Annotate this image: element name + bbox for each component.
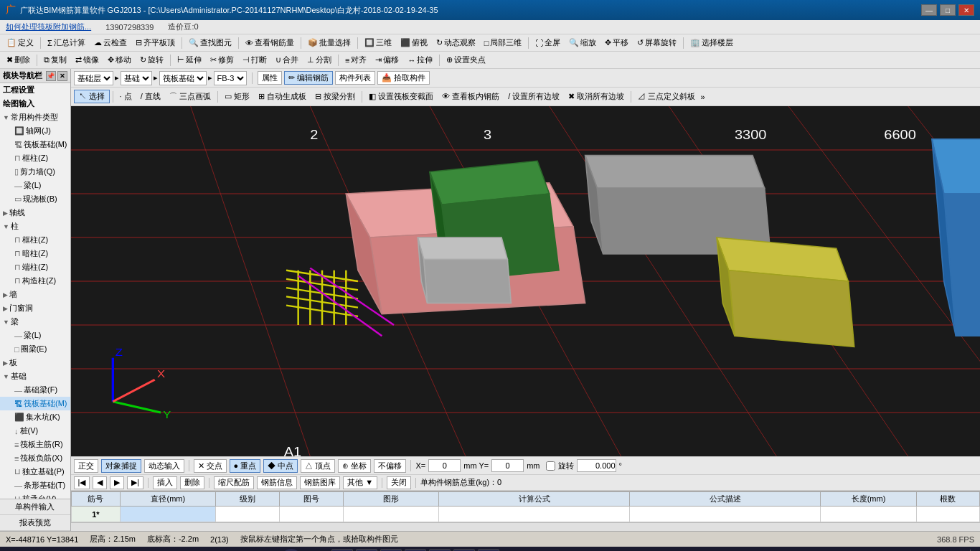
more-draw-btn[interactable]: » — [700, 93, 705, 101]
help-link[interactable]: 如何处理筏板附加钢筋... — [6, 22, 91, 32]
toolbar-align[interactable]: ≡ 对齐 — [341, 54, 370, 66]
toolbar-view-steel[interactable]: 👁 查看钢筋量 — [242, 37, 298, 49]
three-point-slope-tool[interactable]: ⊿ 三点定义斜板 — [634, 90, 699, 103]
toolbar-define[interactable]: 📋 定义 — [3, 37, 37, 49]
view-slab-steel-tool[interactable]: 👁 查看板内钢筋 — [438, 90, 503, 103]
sidebar-item-foundation-beam[interactable]: — 基础梁(F) — [0, 383, 70, 397]
foundation-type-select[interactable]: 筏板基础 — [159, 71, 207, 85]
sidebar-item-strip-foundation[interactable]: — 条形基础(T) — [0, 479, 70, 492]
toolbar-extend[interactable]: ⊢ 延伸 — [174, 54, 205, 66]
vertex-button[interactable]: △ 顶点 — [301, 459, 335, 473]
toolbar-trim[interactable]: ✂ 修剪 — [207, 54, 237, 66]
close-button[interactable]: ✕ — [958, 4, 974, 16]
steel-library-button[interactable]: 钢筋图库 — [300, 476, 340, 489]
toolbar-set-grip[interactable]: ⊕ 设置夹点 — [443, 54, 489, 66]
line-tool[interactable]: / 直线 — [137, 90, 164, 103]
cancel-all-slope-tool[interactable]: ✖ 取消所有边坡 — [565, 90, 628, 103]
sidebar-item-hidden-column[interactable]: ⊓ 暗柱(Z) — [0, 247, 70, 260]
toolbar-select-floor[interactable]: 🏢 选择楼层 — [687, 37, 737, 49]
sidebar-item-pile-cap[interactable]: ⊔ 桩承台(V) — [0, 492, 70, 499]
sidebar-item-raft-main-steel[interactable]: ≡ 筏板主筋(R) — [0, 438, 70, 451]
toolbar-find-elem[interactable]: 🔍 查找图元 — [185, 37, 235, 49]
component-list-button[interactable]: 构件列表 — [335, 71, 375, 85]
sidebar-item-raft-foundation[interactable]: 🏗 筏板基础(M) — [0, 397, 70, 410]
toolbar-copy[interactable]: ⧉ 复制 — [40, 54, 70, 66]
sidebar-item-raft-foundation-common[interactable]: 🏗 筏板基础(M) — [0, 138, 70, 151]
toolbar-offset[interactable]: ⇥ 偏移 — [372, 54, 402, 66]
sidebar-item-wall[interactable]: ▶ 墙 — [0, 288, 70, 301]
y-input[interactable] — [491, 459, 524, 472]
toolbar-calc[interactable]: Σ 汇总计算 — [44, 37, 89, 49]
x-input[interactable] — [428, 459, 461, 472]
element-select[interactable]: FB-3 — [214, 71, 247, 85]
sidebar-item-foundation[interactable]: ▼ 基础 — [0, 369, 70, 383]
toolbar-stretch[interactable]: ↔ 拉伸 — [404, 54, 436, 66]
sidebar-item-project-settings[interactable]: 工程设置 — [0, 83, 70, 97]
toolbar-top-view[interactable]: ⬛ 俯视 — [397, 37, 431, 49]
sidebar-item-construct-column[interactable]: ⊓ 构造柱(Z) — [0, 274, 70, 288]
rotate-input[interactable] — [577, 459, 616, 472]
toolbar-delete[interactable]: ✖ 删除 — [3, 54, 34, 66]
toolbar-3d[interactable]: 🔲 三维 — [361, 37, 395, 49]
toolbar-zoom[interactable]: 🔍 缩放 — [565, 37, 600, 49]
coordinate-button[interactable]: ⊕ 坐标 — [338, 459, 371, 473]
sidebar-report-button[interactable]: 报表预览 — [0, 515, 70, 531]
sidebar-item-ring-beam[interactable]: □ 圈梁(E) — [0, 342, 70, 356]
toolbar-pan[interactable]: ✥ 平移 — [601, 37, 632, 49]
sidebar-item-axis-network[interactable]: 🔲 轴网(J) — [0, 124, 70, 138]
auto-slab-tool[interactable]: ⊞ 自动生成板 — [255, 90, 310, 103]
sidebar-item-beam[interactable]: ▼ 梁 — [0, 315, 70, 329]
sidebar-close-button[interactable]: ✕ — [57, 71, 67, 81]
steel-info-button[interactable]: 钢筋信息 — [257, 476, 297, 489]
sidebar-item-frame-column[interactable]: ⊓ 框柱(Z) — [0, 233, 70, 247]
endpoint-button[interactable]: ● 重点 — [230, 459, 261, 473]
toolbar-merge[interactable]: ∪ 合并 — [272, 54, 302, 66]
property-button[interactable]: 属性 — [258, 71, 282, 85]
midpoint-button[interactable]: ◆ 中点 — [263, 459, 298, 473]
toolbar-level-top[interactable]: ⊟ 齐平板顶 — [132, 37, 179, 49]
object-snap-button[interactable]: 对象捕捉 — [101, 459, 141, 473]
no-offset-button[interactable]: 不偏移 — [374, 459, 406, 473]
3d-viewport[interactable]: 2 3 3300 6600 8 3300 A1 — [71, 106, 981, 456]
steel-nav-next[interactable]: ▶ — [110, 476, 124, 489]
sidebar-item-slab[interactable]: ▶ 板 — [0, 356, 70, 369]
sidebar-item-draw-input[interactable]: 绘图输入 — [0, 97, 70, 110]
sidebar-item-beam-common[interactable]: — 梁(L) — [0, 179, 70, 192]
toolbar-split[interactable]: ⊥ 分割 — [303, 54, 335, 66]
minimize-button[interactable]: — — [921, 4, 937, 16]
pickup-component-button[interactable]: 📥 拾取构件 — [377, 71, 430, 85]
sidebar-item-door-window[interactable]: ▶ 门窗洞 — [0, 301, 70, 315]
toolbar-batch[interactable]: 📦 批量选择 — [304, 37, 354, 49]
sidebar-item-column[interactable]: ▼ 柱 — [0, 220, 70, 233]
sidebar-item-beam-l[interactable]: — 梁(L) — [0, 329, 70, 342]
steel-close-button[interactable]: 关闭 — [387, 476, 411, 489]
steel-nav-prev[interactable]: ◀ — [93, 476, 107, 489]
sidebar-item-shear-wall-common[interactable]: ▯ 剪力墙(Q) — [0, 165, 70, 179]
sidebar-item-pile[interactable]: ↓ 桩(V) — [0, 424, 70, 438]
maximize-button[interactable]: □ — [940, 4, 956, 16]
sidebar-item-common-types[interactable]: ▼ 常用构件类型 — [0, 110, 70, 124]
toolbar-fullscreen[interactable]: ⛶ 全屏 — [532, 37, 564, 49]
intersection-button[interactable]: ✕ 交点 — [194, 459, 227, 473]
orthogonal-button[interactable]: 正交 — [74, 459, 98, 473]
set-all-slope-tool[interactable]: / 设置所有边坡 — [504, 90, 563, 103]
table-horizontal-scrollbar[interactable] — [71, 522, 981, 531]
select-tool[interactable]: ↖ 选择 — [74, 90, 110, 103]
steel-other-button[interactable]: 其他 ▼ — [343, 476, 377, 489]
sidebar-item-slab-common[interactable]: ▭ 现浇板(B) — [0, 192, 70, 206]
sidebar-item-axis[interactable]: ▶ 轴线 — [0, 206, 70, 220]
point-tool[interactable]: · 点 — [116, 90, 136, 103]
toolbar-rotate[interactable]: ↻ 旋转 — [136, 54, 167, 66]
dynamic-input-button[interactable]: 动态输入 — [144, 459, 184, 473]
layer-type-select[interactable]: 基础 — [121, 71, 152, 85]
toolbar-move[interactable]: ✥ 移动 — [104, 54, 135, 66]
sidebar-pin-button[interactable]: 📌 — [46, 71, 56, 81]
sidebar-item-frame-column-common[interactable]: ⊓ 框柱(Z) — [0, 151, 70, 165]
rotate-checkbox[interactable] — [546, 461, 555, 471]
toolbar-dynamic-view[interactable]: ↻ 动态观察 — [433, 37, 479, 49]
table-row[interactable]: 1* — [71, 507, 980, 522]
sidebar-item-isolated-foundation[interactable]: ⊔ 独立基础(P) — [0, 465, 70, 479]
toolbar-screen-rotate[interactable]: ↺ 屏幕旋转 — [633, 37, 680, 49]
toolbar-break[interactable]: ⊣ 打断 — [239, 54, 270, 66]
toolbar-mirror[interactable]: ⇄ 镜像 — [72, 54, 103, 66]
